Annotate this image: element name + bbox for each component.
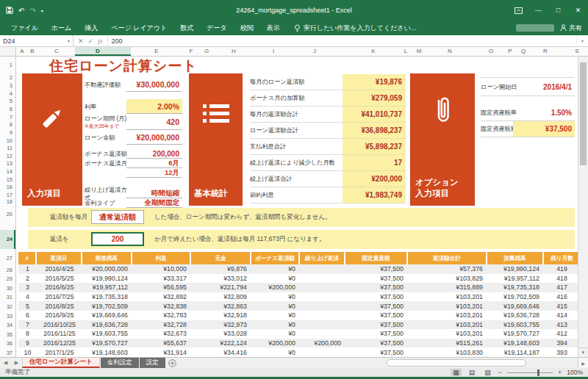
ribbon-tab-4[interactable]: 数式 <box>173 21 200 35</box>
page-break-view-icon[interactable]: ▨ <box>482 369 493 376</box>
column-header-N[interactable]: N <box>448 48 452 54</box>
undo-icon[interactable]: ↶ <box>18 7 24 15</box>
stat-value[interactable]: ¥5,898,237 <box>343 139 406 155</box>
stat-value[interactable]: 17 <box>343 155 406 171</box>
column-header-O[interactable]: O <box>489 48 493 54</box>
user-account[interactable] <box>516 24 554 32</box>
ribbon-tab-5[interactable]: データ <box>200 21 233 35</box>
input-field-value[interactable]: 420 <box>126 114 182 130</box>
row-header-34[interactable]: 34 <box>7 322 12 328</box>
minimize-button[interactable]: — <box>528 0 548 21</box>
ribbon-tab-2[interactable]: 挿入 <box>78 21 104 35</box>
table-row[interactable]: 32016/6/25¥19,957,112¥56,595¥221,794¥200… <box>18 283 578 292</box>
input-field-value[interactable]: ¥30,000,000 <box>126 77 182 92</box>
banner-input-cell[interactable]: 通常返済額 <box>91 210 144 224</box>
stat-value[interactable]: ¥1,983,749 <box>343 187 406 203</box>
column-header-E[interactable]: E <box>154 48 158 54</box>
row-header-15[interactable]: 15 <box>7 176 12 183</box>
horizontal-scrollbar[interactable] <box>179 358 578 368</box>
column-header-S[interactable]: S <box>575 48 578 54</box>
column-header-B[interactable]: B <box>30 48 34 54</box>
column-header-L[interactable]: L <box>404 48 407 54</box>
column-headers[interactable]: ABCDEFGHIJKLMNOPQRS <box>0 47 588 57</box>
row-header-10[interactable]: 10 <box>7 137 12 144</box>
table-row[interactable]: 12016/4/25¥20,000,000¥10,000¥9,876¥0¥37,… <box>18 264 578 274</box>
close-button[interactable]: ✕ <box>568 0 588 21</box>
ribbon-tab-7[interactable]: 表示 <box>260 21 287 35</box>
redo-icon[interactable]: ↷ <box>29 7 35 15</box>
vertical-scrollbar-thumb[interactable] <box>580 62 587 165</box>
table-row[interactable]: 92016/12/25¥19,570,727¥55,637¥222,124¥20… <box>18 339 578 348</box>
qat-dropdown-icon[interactable]: ▾ <box>41 8 43 13</box>
option-value[interactable]: 2016/4/1 <box>513 77 575 96</box>
table-row[interactable]: 52016/8/25¥19,702,509¥32,838¥32,863¥0¥37… <box>18 301 578 311</box>
vertical-scrollbar[interactable]: ▼ <box>578 57 588 357</box>
sheet-tab-0[interactable]: 住宅ローン計算シート <box>22 358 100 368</box>
row-header-31[interactable]: 31 <box>7 294 12 300</box>
stat-value[interactable]: ¥36,898,237 <box>343 123 406 139</box>
row-header-7[interactable]: 7 <box>10 114 12 120</box>
stat-value[interactable]: ¥19,876 <box>343 74 406 90</box>
tell-me-box[interactable]: 実行したい作業を入力してください... <box>294 24 417 33</box>
column-header-F[interactable]: F <box>190 48 193 54</box>
save-icon[interactable] <box>6 7 13 14</box>
ribbon-tab-1[interactable]: ホーム <box>45 21 78 35</box>
row-header-13[interactable]: 13 <box>7 160 12 167</box>
input-field-value[interactable]: ¥20,000,000 <box>126 130 182 145</box>
row-header-30[interactable]: 30 <box>7 285 12 292</box>
table-row[interactable]: 22016/5/25¥19,990,124¥33,317¥33,012¥0¥37… <box>18 274 578 284</box>
row-header-5[interactable]: 5 <box>10 98 12 104</box>
option-value[interactable]: 1.50% <box>513 105 575 121</box>
formula-bar-expand-icon[interactable]: ▾ <box>576 35 588 46</box>
row-header-1[interactable]: 1 <box>10 62 12 68</box>
sheet-tab-2[interactable]: 設定 <box>140 358 165 368</box>
row-header-36[interactable]: 36 <box>7 340 12 347</box>
cancel-formula-icon[interactable]: ✕ <box>78 37 84 45</box>
zoom-slider[interactable] <box>507 372 553 373</box>
zoom-in-button[interactable]: + <box>558 369 562 376</box>
row-header-8[interactable]: 8 <box>10 121 12 128</box>
row-header-16[interactable]: 16 <box>7 184 12 190</box>
formula-input[interactable]: 200 <box>108 35 576 46</box>
sheet-nav-right-icon[interactable]: ▶ <box>11 358 22 368</box>
row-header-24[interactable]: 24 <box>7 236 12 242</box>
row-headers[interactable]: 1234567891011121314151617182024272829303… <box>0 57 16 357</box>
row-header-35[interactable]: 35 <box>7 331 12 338</box>
row-header-29[interactable]: 29 <box>7 275 12 282</box>
option-value[interactable]: ¥37,500 <box>513 121 575 137</box>
horizontal-scrollbar-thumb[interactable] <box>387 359 526 367</box>
input-field-value[interactable]: 6月 <box>126 159 182 168</box>
row-header-20[interactable]: 20 <box>7 211 12 217</box>
row-header-2[interactable]: 2 <box>10 74 12 81</box>
column-header-H[interactable]: H <box>232 48 236 54</box>
column-header-P[interactable]: P <box>508 48 512 54</box>
row-header-32[interactable]: 32 <box>7 303 12 310</box>
scroll-right-icon[interactable]: ▶ <box>578 358 588 368</box>
column-header-R[interactable]: R <box>543 48 548 54</box>
column-header-A[interactable]: A <box>20 48 24 54</box>
column-header-I[interactable]: I <box>273 48 274 54</box>
row-header-9[interactable]: 9 <box>10 129 12 136</box>
page-layout-view-icon[interactable]: ▤ <box>467 369 478 376</box>
stat-value[interactable]: ¥279,059 <box>343 90 406 107</box>
new-sheet-button[interactable] <box>166 358 179 368</box>
input-field-value[interactable]: 200,000 <box>126 149 182 159</box>
row-header-33[interactable]: 33 <box>7 313 12 320</box>
row-header-18[interactable]: 18 <box>7 198 12 205</box>
worksheet[interactable]: 住宅ローン計算シート 入力項目 基本統計 <box>16 57 578 357</box>
input-field-value[interactable]: 時間短縮 <box>126 189 182 198</box>
name-box-dropdown-icon[interactable]: ▾ <box>68 38 70 43</box>
input-field-value[interactable]: 12月 <box>126 168 182 178</box>
sheet-tab-1[interactable]: 金利設定 <box>101 358 139 368</box>
input-field-value[interactable]: 全期間固定 <box>126 198 182 208</box>
input-field-value[interactable]: 2.00% <box>126 99 182 114</box>
name-box[interactable]: D24 ▾ <box>0 35 74 46</box>
normal-view-icon[interactable]: ▦ <box>451 369 462 376</box>
column-header-C[interactable]: C <box>54 48 59 54</box>
banner-input-cell[interactable]: 200 <box>91 232 144 246</box>
stat-value[interactable]: ¥200,000 <box>343 171 406 187</box>
table-row[interactable]: 42016/7/25¥19,735,318¥32,892¥32,809¥0¥37… <box>18 292 578 302</box>
ribbon-display-options-icon[interactable] <box>509 0 528 21</box>
ribbon-tab-6[interactable]: 校閲 <box>234 21 260 35</box>
column-header-G[interactable]: G <box>204 48 209 54</box>
